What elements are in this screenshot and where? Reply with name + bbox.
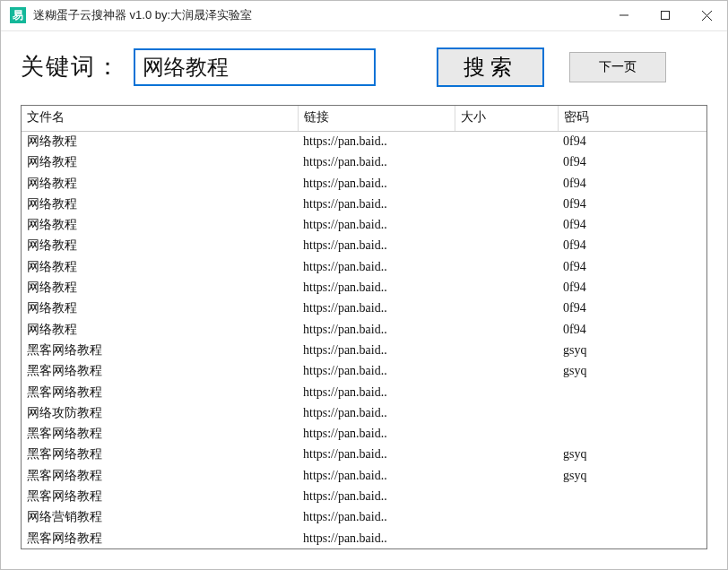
cell-name: 黑客网络教程 [22,487,298,507]
cell-link: https://pan.baid.. [298,131,455,152]
table-row[interactable]: 黑客网络教程https://pan.baid.. [22,529,706,549]
cell-name: 网络教程 [22,152,298,173]
cell-pwd: gsyq [558,341,706,361]
table-row[interactable]: 网络教程https://pan.baid..0f94 [22,257,706,278]
table-row[interactable]: 网络教程https://pan.baid..0f94 [22,131,706,152]
search-button[interactable]: 搜索 [437,48,544,87]
next-page-button[interactable]: 下一页 [569,52,666,82]
table-row[interactable]: 黑客网络教程https://pan.baid..gsyq [22,445,706,465]
cell-size [455,383,558,403]
cell-size [455,131,558,152]
cell-pwd [558,403,706,424]
cell-name: 黑客网络教程 [22,361,298,382]
cell-link: https://pan.baid.. [298,236,455,256]
cell-link: https://pan.baid.. [298,529,455,549]
table-row[interactable]: 网络教程https://pan.baid..0f94 [22,278,706,298]
cell-name: 黑客网络教程 [22,466,298,487]
cell-pwd: 0f94 [558,131,706,152]
cell-link: https://pan.baid.. [298,507,455,528]
cell-name: 黑客网络教程 [22,341,298,361]
cell-size [455,215,558,236]
titlebar[interactable]: 易 迷糊蛋子云搜神器 v1.0 by:大润晟泽实验室 [1,1,727,31]
cell-link: https://pan.baid.. [298,466,455,487]
table-row[interactable]: 黑客网络教程https://pan.baid.. [22,424,706,445]
cell-name: 黑客网络教程 [22,424,298,445]
col-header-pwd[interactable]: 密码 [558,106,706,132]
cell-size [455,278,558,298]
cell-link: https://pan.baid.. [298,320,455,341]
cell-pwd: 0f94 [558,298,706,319]
cell-pwd: 0f94 [558,174,706,194]
cell-size [455,341,558,361]
minimize-button[interactable] [603,1,645,30]
app-icon: 易 [10,7,26,23]
cell-size [455,466,558,487]
cell-pwd: gsyq [558,445,706,465]
table-row[interactable]: 黑客网络教程https://pan.baid.. [22,383,706,403]
cell-name: 网络教程 [22,278,298,298]
cell-name: 网络教程 [22,320,298,341]
cell-pwd [558,383,706,403]
cell-size [455,507,558,528]
table-row[interactable]: 网络教程https://pan.baid..0f94 [22,152,706,173]
cell-size [455,361,558,382]
table-row[interactable]: 网络教程https://pan.baid..0f94 [22,298,706,319]
table-row[interactable]: 网络攻防教程https://pan.baid.. [22,403,706,424]
cell-pwd [558,507,706,528]
cell-name: 网络攻防教程 [22,403,298,424]
window-title: 迷糊蛋子云搜神器 v1.0 by:大润晟泽实验室 [33,7,252,23]
cell-pwd: 0f94 [558,215,706,236]
table-row[interactable]: 网络营销教程https://pan.baid.. [22,507,706,528]
cell-size [455,152,558,173]
cell-link: https://pan.baid.. [298,361,455,382]
cell-pwd: 0f94 [558,278,706,298]
col-header-size[interactable]: 大小 [455,106,558,132]
table-row[interactable]: 黑客网络教程https://pan.baid.. [22,487,706,507]
app-window: 易 迷糊蛋子云搜神器 v1.0 by:大润晟泽实验室 关键词： 搜索 下一页 文… [0,0,728,570]
table-row[interactable]: 网络教程https://pan.baid..0f94 [22,174,706,194]
table-row[interactable]: 网络教程https://pan.baid..0f94 [22,215,706,236]
cell-link: https://pan.baid.. [298,298,455,319]
cell-size [455,236,558,256]
cell-size [455,174,558,194]
cell-link: https://pan.baid.. [298,341,455,361]
cell-size [455,529,558,549]
cell-link: https://pan.baid.. [298,445,455,465]
cell-size [455,298,558,319]
table-row[interactable]: 黑客网络教程https://pan.baid..gsyq [22,341,706,361]
table-row[interactable]: 网络教程https://pan.baid..0f94 [22,320,706,341]
table-row[interactable]: 网络教程https://pan.baid..0f94 [22,194,706,215]
cell-pwd: 0f94 [558,236,706,256]
cell-name: 网络教程 [22,298,298,319]
col-header-link[interactable]: 链接 [298,106,455,132]
cell-size [455,487,558,507]
cell-name: 网络教程 [22,257,298,278]
keyword-input[interactable] [134,48,376,86]
table-row[interactable]: 黑客网络教程https://pan.baid..gsyq [22,361,706,382]
cell-name: 网络教程 [22,194,298,215]
cell-name: 黑客网络教程 [22,445,298,465]
table-row[interactable]: 网络教程https://pan.baid..0f94 [22,236,706,256]
cell-name: 网络教程 [22,215,298,236]
cell-name: 网络教程 [22,174,298,194]
results-table[interactable]: 文件名 链接 大小 密码 网络教程https://pan.baid..0f94网… [22,106,706,549]
col-header-name[interactable]: 文件名 [22,106,298,132]
cell-link: https://pan.baid.. [298,174,455,194]
cell-pwd: gsyq [558,466,706,487]
cell-link: https://pan.baid.. [298,257,455,278]
cell-pwd: 0f94 [558,152,706,173]
cell-link: https://pan.baid.. [298,383,455,403]
cell-link: https://pan.baid.. [298,487,455,507]
table-row[interactable]: 黑客网络教程https://pan.baid..gsyq [22,466,706,487]
cell-link: https://pan.baid.. [298,152,455,173]
cell-name: 黑客网络教程 [22,529,298,549]
cell-pwd [558,487,706,507]
cell-pwd: 0f94 [558,194,706,215]
svg-rect-1 [662,12,670,20]
cell-name: 网络营销教程 [22,507,298,528]
cell-pwd [558,424,706,445]
table-header-row: 文件名 链接 大小 密码 [22,106,706,132]
cell-name: 黑客网络教程 [22,383,298,403]
maximize-button[interactable] [645,1,686,30]
close-button[interactable] [686,1,727,30]
